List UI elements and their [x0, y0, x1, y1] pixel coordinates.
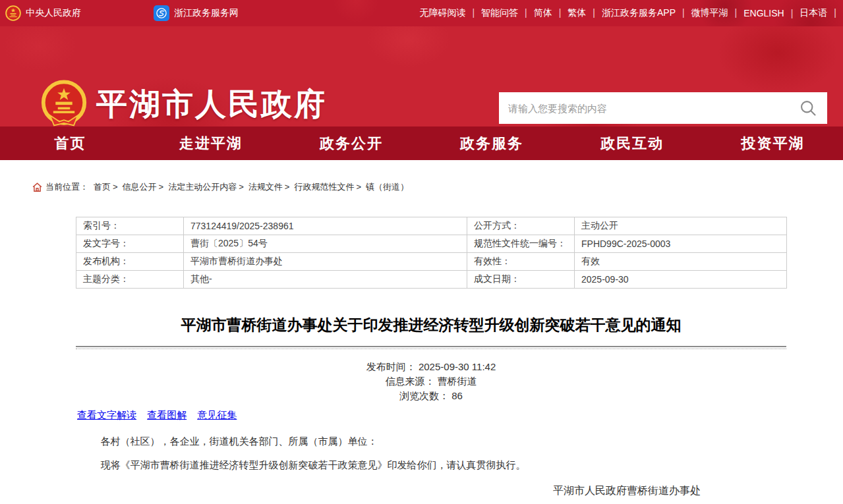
- breadcrumb: 当前位置： 首页 信息公开 法定主动公开内容 法规文件 行政规范性文件 镇（街道…: [32, 160, 843, 193]
- zhejiang-app-link[interactable]: 浙江政务服务APP: [602, 7, 691, 19]
- nav-item-about-pinghu[interactable]: 走进平湖: [140, 126, 281, 160]
- breadcrumb-home[interactable]: 首页: [94, 181, 123, 193]
- search-button[interactable]: [798, 98, 818, 118]
- table-row: 主题分类： 其他- 成文日期： 2025-09-30: [76, 271, 787, 289]
- zhejiang-service-icon: [154, 5, 169, 21]
- meta-value-written-date: 2025-09-30: [575, 271, 787, 289]
- views-label: 浏览次数：: [399, 390, 449, 401]
- action-links: 查看文字解读 查看图解 意见征集: [76, 409, 786, 422]
- central-gov-label: 中央人民政府: [26, 7, 81, 19]
- meta-label-doc-number: 发文字号：: [76, 235, 184, 253]
- meta-value-validity: 有效: [575, 253, 787, 271]
- publish-time-label: 发布时间：: [366, 361, 416, 372]
- publish-time-line: 发布时间： 2025-09-30 11:42: [76, 360, 786, 374]
- main-nav: 首页 走进平湖 政务公开 政务服务 政民互动 投资平湖: [0, 126, 843, 160]
- title-divider-solid: [76, 346, 786, 347]
- search-icon: [799, 99, 817, 117]
- signature-date: 2025年9月30日: [553, 501, 701, 504]
- weibo-pinghu-link[interactable]: 微博平湖: [691, 7, 744, 19]
- meta-label-written-date: 成文日期：: [467, 271, 575, 289]
- meta-value-issuing-agency: 平湖市曹桥街道办事处: [184, 253, 467, 271]
- breadcrumb-town-street[interactable]: 镇（街道）: [366, 181, 409, 193]
- accessible-reading-link[interactable]: 无障碍阅读: [419, 7, 481, 19]
- zhejiang-service-label: 浙江政务服务网: [174, 7, 239, 19]
- breadcrumb-label: 当前位置：: [45, 181, 88, 193]
- meta-label-issuing-agency: 发布机构：: [76, 253, 184, 271]
- smart-qa-link[interactable]: 智能问答: [481, 7, 534, 19]
- table-row: 索引号： 773124419/2025-238961 公开方式： 主动公开: [76, 217, 787, 235]
- meta-label-index-number: 索引号：: [76, 217, 184, 235]
- meta-value-index-number: 773124419/2025-238961: [184, 217, 467, 235]
- article-body: 平湖市曹桥街道办事处关于印发推进经济转型升级创新突破若干意见的通知 发布时间： …: [76, 315, 786, 504]
- nav-item-gov-services[interactable]: 政务服务: [422, 126, 562, 160]
- meta-value-unified-number: FPHD99C-2025-0003: [575, 235, 787, 253]
- signature-block: 平湖市人民政府曹桥街道办事处 2025年9月30日: [553, 481, 701, 504]
- nav-item-invest[interactable]: 投资平湖: [703, 126, 843, 160]
- site-title: 平湖市人民政府: [96, 84, 327, 125]
- national-emblem-icon: [5, 5, 21, 21]
- table-row: 发布机构： 平湖市曹桥街道办事处 有效性： 有效: [76, 253, 787, 271]
- views-line: 浏览次数： 86: [76, 389, 786, 403]
- table-row: 发文字号： 曹街〔2025〕54号 规范性文件统一编号： FPHD99C-202…: [76, 235, 787, 253]
- meta-value-topic-category: 其他-: [184, 271, 467, 289]
- meta-label-unified-number: 规范性文件统一编号：: [467, 235, 575, 253]
- national-emblem-logo-icon: [40, 80, 88, 128]
- breadcrumb-normative-files[interactable]: 行政规范性文件: [294, 181, 366, 193]
- site-logo[interactable]: 平湖市人民政府: [40, 80, 327, 128]
- site-header: 平湖市人民政府: [0, 26, 843, 126]
- breadcrumb-statutory-content[interactable]: 法定主动公开内容: [168, 181, 248, 193]
- search-box: [499, 92, 827, 124]
- source-label: 信息来源：: [385, 376, 434, 387]
- title-divider-dotted: [76, 349, 786, 349]
- meta-value-disclosure-method: 主动公开: [575, 217, 787, 235]
- breadcrumb-info-disclosure[interactable]: 信息公开: [123, 181, 169, 193]
- opinion-solicitation-link[interactable]: 意见征集: [197, 409, 237, 420]
- publish-time-value: 2025-09-30 11:42: [419, 361, 496, 372]
- breadcrumb-regulation-files[interactable]: 法规文件: [248, 181, 295, 193]
- paragraph-main: 现将《平湖市曹桥街道推进经济转型升级创新突破若干政策意见》印发给你们，请认真贯彻…: [76, 453, 786, 477]
- source-line: 信息来源： 曹桥街道: [76, 374, 786, 389]
- zhejiang-service-link[interactable]: 浙江政务服务网: [154, 5, 239, 21]
- japanese-link[interactable]: 日本语: [799, 7, 843, 19]
- meta-label-topic-category: 主题分类：: [76, 271, 184, 289]
- source-value: 曹桥街道: [438, 376, 477, 387]
- nav-item-interaction[interactable]: 政民互动: [562, 126, 703, 160]
- simplified-chinese-link[interactable]: 简体: [534, 7, 568, 19]
- page-content: 当前位置： 首页 信息公开 法定主动公开内容 法规文件 行政规范性文件 镇（街道…: [0, 160, 843, 504]
- topbar-right-links: 无障碍阅读 智能问答 简体 繁体 浙江政务服务APP 微博平湖 ENGLISH …: [419, 7, 843, 19]
- publish-info: 发布时间： 2025-09-30 11:42 信息来源： 曹桥街道 浏览次数： …: [76, 360, 786, 403]
- search-input[interactable]: [508, 103, 798, 114]
- meta-label-validity: 有效性：: [467, 253, 575, 271]
- meta-label-disclosure-method: 公开方式：: [467, 217, 575, 235]
- paragraph-salutation: 各村（社区），各企业，街道机关各部门、所属（市属）单位：: [76, 430, 786, 453]
- document-meta-table: 索引号： 773124419/2025-238961 公开方式： 主动公开 发文…: [76, 217, 787, 289]
- home-icon: [32, 182, 43, 193]
- top-utility-bar: 中央人民政府 浙江政务服务网 无障碍阅读 智能问答 简体 繁体 浙江政务服务AP…: [0, 0, 843, 26]
- english-link[interactable]: ENGLISH: [743, 8, 799, 18]
- article-paragraphs: 各村（社区），各企业，街道机关各部门、所属（市属）单位： 现将《平湖市曹桥街道推…: [76, 430, 786, 477]
- central-gov-link[interactable]: 中央人民政府: [5, 5, 81, 21]
- view-text-interpretation-link[interactable]: 查看文字解读: [77, 409, 136, 420]
- traditional-chinese-link[interactable]: 繁体: [567, 7, 602, 19]
- signature-org: 平湖市人民政府曹桥街道办事处: [553, 481, 701, 501]
- view-graphic-interpretation-link[interactable]: 查看图解: [147, 409, 187, 420]
- meta-value-doc-number: 曹街〔2025〕54号: [184, 235, 467, 253]
- document-title: 平湖市曹桥街道办事处关于印发推进经济转型升级创新突破若干意见的通知: [76, 315, 786, 335]
- views-value: 86: [451, 390, 463, 401]
- nav-item-home[interactable]: 首页: [0, 126, 140, 160]
- topbar-left-links: 中央人民政府 浙江政务服务网: [5, 5, 239, 21]
- nav-item-gov-info[interactable]: 政务公开: [281, 126, 421, 160]
